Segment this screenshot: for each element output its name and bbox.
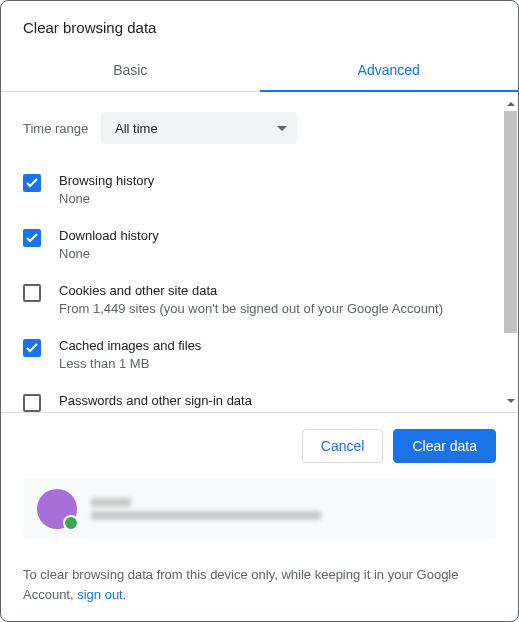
checkbox[interactable] xyxy=(23,339,41,357)
avatar xyxy=(37,489,77,529)
item-primary: Passwords and other sign-in data xyxy=(59,393,252,408)
list-item: Cached images and filesLess than 1 MB xyxy=(23,327,496,382)
item-primary: Cookies and other site data xyxy=(59,283,443,298)
item-secondary: From 1,449 sites (you won't be signed ou… xyxy=(59,301,443,316)
footer-suffix: . xyxy=(123,587,127,602)
list-item: Cookies and other site dataFrom 1,449 si… xyxy=(23,272,496,327)
scroll-up-icon[interactable] xyxy=(503,96,518,111)
dialog-title: Clear browsing data xyxy=(1,1,518,50)
clear-data-button[interactable]: Clear data xyxy=(393,429,496,463)
sign-out-link[interactable]: sign out xyxy=(77,587,123,602)
item-secondary: None xyxy=(59,191,154,206)
list-item: Passwords and other sign-in data24 passw… xyxy=(23,382,496,412)
time-range-value: All time xyxy=(115,121,158,136)
time-range-row: Time range All time xyxy=(23,92,496,162)
list-item: Download historyNone xyxy=(23,217,496,272)
item-text: Passwords and other sign-in data24 passw… xyxy=(59,393,252,412)
time-range-select[interactable]: All time xyxy=(101,112,297,144)
scrollbar-thumb[interactable] xyxy=(504,111,517,333)
item-text: Cookies and other site dataFrom 1,449 si… xyxy=(59,283,443,316)
sync-badge-icon xyxy=(63,515,79,531)
checkbox[interactable] xyxy=(23,284,41,302)
item-secondary: Less than 1 MB xyxy=(59,356,201,371)
item-primary: Cached images and files xyxy=(59,338,201,353)
item-primary: Download history xyxy=(59,228,159,243)
item-text: Download historyNone xyxy=(59,228,159,261)
time-range-label: Time range xyxy=(23,121,101,136)
dropdown-icon xyxy=(277,126,287,131)
scrollbar-track[interactable] xyxy=(503,111,518,393)
tab-advanced[interactable]: Advanced xyxy=(260,50,519,91)
dialog-buttons: Cancel Clear data xyxy=(1,412,518,479)
scroll-down-icon[interactable] xyxy=(503,393,518,408)
scrollbar[interactable] xyxy=(503,96,518,408)
cancel-button[interactable]: Cancel xyxy=(302,429,384,463)
item-text: Cached images and filesLess than 1 MB xyxy=(59,338,201,371)
checkbox[interactable] xyxy=(23,394,41,412)
checkbox[interactable] xyxy=(23,229,41,247)
account-card xyxy=(23,479,496,539)
item-text: Browsing historyNone xyxy=(59,173,154,206)
item-secondary: 24 passwords (synced) xyxy=(59,411,252,412)
tab-basic[interactable]: Basic xyxy=(1,50,260,91)
tabs: Basic Advanced xyxy=(1,50,518,92)
clear-browsing-data-dialog: Clear browsing data Basic Advanced Time … xyxy=(0,0,519,622)
footer-text: To clear browsing data from this device … xyxy=(1,553,518,622)
item-primary: Browsing history xyxy=(59,173,154,188)
list-item: Browsing historyNone xyxy=(23,162,496,217)
account-info xyxy=(91,494,482,524)
item-secondary: None xyxy=(59,246,159,261)
checkbox[interactable] xyxy=(23,174,41,192)
scroll-area: Time range All time Browsing historyNone… xyxy=(1,92,518,412)
